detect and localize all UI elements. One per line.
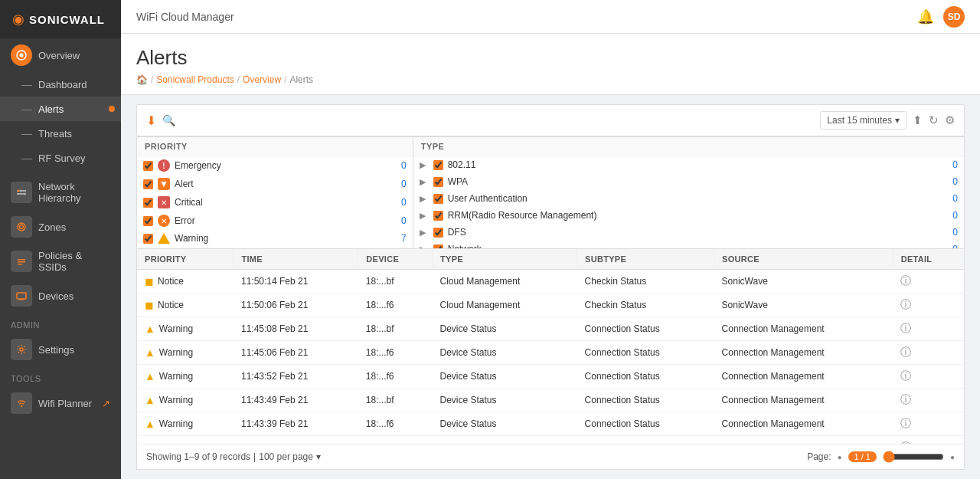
sidebar-item-threats[interactable]: — Threats xyxy=(0,121,121,146)
type-filter-row: ▶ DFS 0 xyxy=(413,224,964,241)
type-checkbox[interactable] xyxy=(433,160,443,170)
settings-gear-icon[interactable]: ⚙ xyxy=(945,113,955,127)
page-label: Page: xyxy=(807,451,831,462)
type-name: Network xyxy=(448,244,482,248)
user-avatar[interactable]: SD xyxy=(943,6,965,28)
type-expand-icon[interactable]: ▶ xyxy=(420,228,426,238)
notice-icon: ◼ xyxy=(145,275,154,287)
detail-info-icon[interactable]: ⓘ xyxy=(900,417,911,429)
detail-info-icon[interactable]: ⓘ xyxy=(900,393,911,405)
source-cell: Connection Management xyxy=(714,436,893,445)
priority-text: Warning xyxy=(159,371,193,382)
priority-name: Error xyxy=(175,215,195,226)
page-slider[interactable] xyxy=(883,451,944,463)
type-name: WPA xyxy=(448,176,468,187)
device-cell: 18:...f6 xyxy=(358,341,433,365)
source-cell: SonicWave xyxy=(714,270,893,294)
breadcrumb-home-icon[interactable]: 🏠 xyxy=(136,74,148,85)
type-name: RRM(Radio Resource Management) xyxy=(448,210,597,221)
type-expand-icon[interactable]: ▶ xyxy=(420,194,426,204)
type-expand-icon[interactable]: ▶ xyxy=(420,211,426,221)
type-filter-row: ▶ Network 0 xyxy=(413,241,964,248)
priority-checkbox[interactable] xyxy=(143,198,153,208)
sidebar-item-zones[interactable]: Zones xyxy=(0,210,121,244)
dash-icon: — xyxy=(21,103,32,115)
sonicwall-logo-icon: ◉ xyxy=(12,11,24,28)
page-start-dot: ● xyxy=(838,453,842,461)
breadcrumb-sonicwall[interactable]: Sonicwall Products xyxy=(156,74,234,85)
type-checkbox[interactable] xyxy=(433,194,443,204)
filter-icon[interactable]: ⬇ xyxy=(146,113,156,128)
priority-cell: ▲ Warning xyxy=(137,341,234,365)
network-hierarchy-label: Network Hierarchy xyxy=(38,181,110,204)
network-hierarchy-icon xyxy=(11,182,32,203)
alerts-table: PRIORITYTIMEDEVICETYPESUBTYPESOURCEDETAI… xyxy=(137,249,964,444)
breadcrumb: 🏠 / Sonicwall Products / Overview / Aler… xyxy=(136,74,965,85)
subtype-cell: Connection Status xyxy=(577,317,714,341)
devices-label: Devices xyxy=(38,290,74,302)
priority-count: 0 xyxy=(401,215,407,226)
sidebar-item-policies-ssids[interactable]: Policies & SSIDs xyxy=(0,244,121,279)
detail-info-icon[interactable]: ⓘ xyxy=(900,346,911,358)
table-row: ▲ Warning 11:43:39 Feb 21 18:...f6 Devic… xyxy=(137,412,964,436)
detail-info-icon[interactable]: ⓘ xyxy=(900,369,911,382)
sidebar-item-network-hierarchy[interactable]: Network Hierarchy xyxy=(0,175,121,210)
sidebar-item-overview[interactable]: Overview xyxy=(0,38,121,72)
priority-checkbox[interactable] xyxy=(143,234,153,244)
svg-point-8 xyxy=(20,225,24,229)
type-count: 0 xyxy=(952,244,958,248)
sidebar-item-wifi-planner[interactable]: Wifi Planner ↗ xyxy=(0,386,121,420)
admin-group-label: ADMIN xyxy=(0,313,121,333)
refresh-icon[interactable]: ↻ xyxy=(929,113,939,127)
type-cell: Device Status xyxy=(432,436,577,445)
type-filter-header: TYPE xyxy=(413,137,964,156)
alerts-table-scroll[interactable]: PRIORITYTIMEDEVICETYPESUBTYPESOURCEDETAI… xyxy=(137,249,964,444)
time-range-select[interactable]: Last 15 minutes ▾ xyxy=(820,111,906,130)
detail-info-icon[interactable]: ⓘ xyxy=(900,322,911,334)
type-checkbox[interactable] xyxy=(433,244,443,249)
detail-cell: ⓘ xyxy=(893,412,964,436)
type-checkbox[interactable] xyxy=(433,211,443,221)
main-content: WiFi Cloud Manager 🔔 SD Alerts 🏠 / Sonic… xyxy=(121,0,980,479)
sidebar-item-rf-survey[interactable]: — RF Survey xyxy=(0,146,121,170)
priority-filter-row: ▼ Alert 0 xyxy=(137,175,413,193)
page-controls: Page: ● 1 / 1 ● xyxy=(807,451,955,463)
breadcrumb-overview[interactable]: Overview xyxy=(243,74,281,85)
table-body: ◼ Notice 11:50:14 Feb 21 18:...bf Cloud … xyxy=(137,270,964,445)
priority-text: Warning xyxy=(159,418,193,429)
sidebar-item-devices[interactable]: Devices xyxy=(0,279,121,313)
device-cell: 18:...bf xyxy=(358,317,433,341)
priority-checkbox[interactable] xyxy=(143,179,153,189)
type-checkbox[interactable] xyxy=(433,228,443,238)
sidebar-item-dashboard[interactable]: — Dashboard xyxy=(0,72,121,97)
bell-icon[interactable]: 🔔 xyxy=(917,8,934,25)
per-page-chevron[interactable]: ▾ xyxy=(316,451,321,462)
showing-label: Showing 1–9 of 9 records xyxy=(146,451,250,462)
detail-info-icon[interactable]: ⓘ xyxy=(900,274,911,287)
type-expand-icon[interactable]: ▶ xyxy=(420,160,426,170)
type-expand-icon[interactable]: ▶ xyxy=(420,177,426,187)
priority-checkbox[interactable] xyxy=(143,161,153,171)
search-icon[interactable]: 🔍 xyxy=(162,114,175,126)
export-icon[interactable]: ⬆ xyxy=(913,113,923,127)
priority-text: Notice xyxy=(158,300,184,310)
sidebar-item-alerts[interactable]: — Alerts xyxy=(0,97,121,121)
priority-count: 0 xyxy=(401,160,407,171)
priority-checkbox[interactable] xyxy=(143,216,153,226)
type-count: 0 xyxy=(952,159,958,170)
priority-icon: ✕ xyxy=(158,196,170,208)
filter-bar: ⬇ 🔍 Last 15 minutes ▾ ⬆ ↻ ⚙ xyxy=(136,104,965,136)
type-checkbox[interactable] xyxy=(433,177,443,187)
detail-cell: ⓘ xyxy=(893,389,964,412)
table-row: ▲ Warning 11:45:08 Feb 21 18:...bf Devic… xyxy=(137,317,964,341)
svg-point-14 xyxy=(20,348,23,351)
sidebar-item-settings[interactable]: Settings xyxy=(0,333,121,366)
priority-icon: ✕ xyxy=(158,215,170,227)
type-filter-row: ▶ WPA 0 xyxy=(413,173,964,190)
time-cell: 11:50:14 Feb 21 xyxy=(234,270,358,294)
type-expand-icon[interactable]: ▶ xyxy=(420,244,426,249)
filter-left: ⬇ 🔍 xyxy=(146,113,175,128)
subtype-cell: Connection Status xyxy=(577,365,714,389)
subtype-cell: Connection Status xyxy=(577,436,714,445)
detail-info-icon[interactable]: ⓘ xyxy=(900,298,911,310)
